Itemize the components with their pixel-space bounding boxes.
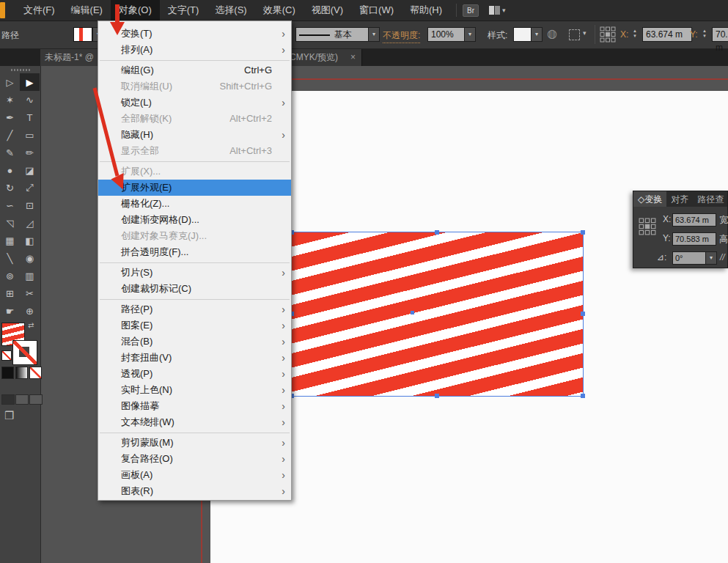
lasso-tool[interactable]: ∿ xyxy=(20,91,40,108)
pen-tool[interactable]: ✒ xyxy=(0,108,20,126)
menu-type[interactable]: 文字(T) xyxy=(160,0,207,21)
selection-handle-top-right[interactable] xyxy=(581,230,585,235)
stroke-swatch[interactable] xyxy=(12,340,37,365)
draw-inside-button[interactable] xyxy=(29,394,43,405)
symbol-sprayer-tool[interactable]: ⊚ xyxy=(0,267,20,284)
step-up-icon[interactable]: ▲ xyxy=(702,29,707,34)
column-graph-tool[interactable]: ▥ xyxy=(20,267,40,284)
tab-close-icon[interactable]: × xyxy=(350,48,356,66)
type-tool[interactable]: T xyxy=(20,108,40,126)
menu-item-path[interactable]: 路径(P)› xyxy=(98,301,291,317)
menu-item-text-wrap[interactable]: 文本绕排(W)› xyxy=(98,414,291,430)
eyedropper-tool[interactable]: ╲ xyxy=(0,249,20,267)
magic-wand-tool[interactable]: ✶ xyxy=(0,91,20,108)
selection-handle-top-mid[interactable] xyxy=(435,230,439,235)
tab-transform[interactable]: ◇变换 xyxy=(633,191,666,207)
menu-file[interactable]: 文件(F) xyxy=(15,0,63,21)
blob-brush-tool[interactable]: ● xyxy=(0,161,20,179)
menu-item-crop-marks[interactable]: 创建裁切标记(C) xyxy=(98,281,291,297)
menu-item-arrange[interactable]: 排列(A)› xyxy=(98,42,291,58)
reference-point-grid-icon[interactable] xyxy=(600,26,616,43)
style-swatch[interactable] xyxy=(513,27,532,42)
step-down-icon[interactable]: ▼ xyxy=(633,34,637,39)
workspace-dropdown-arrow[interactable]: ▾ xyxy=(502,7,506,14)
width-tool[interactable]: ∽ xyxy=(0,196,20,214)
menu-item-pattern[interactable]: 图案(E)› xyxy=(98,317,291,334)
none-mode-button[interactable] xyxy=(29,367,42,379)
menu-item-clipping-mask[interactable]: 剪切蒙版(M)› xyxy=(98,435,291,451)
perspective-selection-tool[interactable]: ◿ xyxy=(20,214,40,232)
draw-behind-button[interactable] xyxy=(15,394,29,405)
menu-item-transform[interactable]: 变换(T)› xyxy=(98,26,291,42)
direct-selection-tool[interactable]: ▷ xyxy=(0,73,20,91)
opacity-dropdown-arrow[interactable]: ▾ xyxy=(464,27,476,42)
artboard-tool[interactable]: ⊞ xyxy=(0,284,20,302)
x-value-field[interactable]: 63.674 m xyxy=(642,27,692,42)
selection-handle-bottom-right[interactable] xyxy=(581,394,585,398)
menu-item-live-paint[interactable]: 实时上色(N)› xyxy=(98,382,291,398)
menu-window[interactable]: 窗口(W) xyxy=(351,0,402,21)
line-segment-tool[interactable]: ╱ xyxy=(0,126,20,144)
draw-normal-button[interactable] xyxy=(1,394,15,405)
gradient-tool[interactable]: ◧ xyxy=(20,232,40,249)
opacity-field[interactable]: 100% xyxy=(427,27,466,42)
mesh-tool[interactable]: ▦ xyxy=(0,232,20,249)
y-value-field[interactable]: 70.583 m xyxy=(672,232,716,246)
menu-help[interactable]: 帮助(H) xyxy=(402,0,450,21)
menu-item-unlock-all[interactable]: 全部解锁(K)Alt+Ctrl+2 xyxy=(98,111,291,127)
screen-mode-button[interactable]: ❒ xyxy=(4,409,14,422)
rotate-tool[interactable]: ↻ xyxy=(0,179,20,196)
menu-effect[interactable]: 效果(C) xyxy=(255,0,304,21)
menu-select[interactable]: 选择(S) xyxy=(207,0,254,21)
align-dropdown-arrow[interactable]: ▾ xyxy=(583,29,587,37)
step-down-icon[interactable]: ▼ xyxy=(702,34,707,39)
align-to-selection-icon[interactable] xyxy=(569,29,580,40)
menu-view[interactable]: 视图(V) xyxy=(304,0,351,21)
step-up-icon[interactable]: ▲ xyxy=(633,29,637,34)
brush-definition-field[interactable]: 基本 xyxy=(295,27,370,42)
menu-item-group[interactable]: 编组(G)Ctrl+G xyxy=(98,62,291,78)
menu-item-flatten-transparency[interactable]: 拼合透明度(F)... xyxy=(98,244,291,260)
menu-item-slice[interactable]: 切片(S)› xyxy=(98,265,291,281)
menu-item-ungroup[interactable]: 取消编组(U)Shift+Ctrl+G xyxy=(98,78,291,95)
y-value-field[interactable]: 70.583 m xyxy=(712,27,728,42)
tab-pathfinder[interactable]: 路径查 xyxy=(693,191,728,207)
angle-value-field[interactable]: 0° xyxy=(672,251,706,265)
menu-item-object-mosaic[interactable]: 创建对象马赛克(J)... xyxy=(98,228,291,244)
tab-align[interactable]: 对齐 xyxy=(666,191,693,207)
menu-item-graph[interactable]: 图表(R)› xyxy=(98,483,291,499)
rectangle-tool[interactable]: ▭ xyxy=(20,126,40,144)
swap-fill-stroke-icon[interactable]: ⇄ xyxy=(28,321,34,329)
perspective-grid-tool[interactable]: ◹ xyxy=(0,214,20,232)
menu-item-lock[interactable]: 锁定(L)› xyxy=(98,95,291,111)
reference-point-grid-icon[interactable] xyxy=(639,218,656,235)
menu-item-hide[interactable]: 隐藏(H)› xyxy=(98,127,291,143)
angle-dropdown-arrow[interactable]: ▾ xyxy=(705,251,717,265)
free-transform-tool[interactable]: ⊡ xyxy=(20,196,40,214)
y-stepper[interactable]: ▲▼ xyxy=(700,26,709,41)
default-fill-stroke-icon[interactable] xyxy=(1,350,12,361)
fill-color-swatch[interactable] xyxy=(73,27,92,42)
menu-item-compound-path[interactable]: 复合路径(O)› xyxy=(98,451,291,467)
x-stepper[interactable]: ▲▼ xyxy=(630,26,639,41)
hand-tool[interactable]: ☛ xyxy=(0,302,20,320)
bridge-button[interactable]: Br xyxy=(463,4,479,17)
eraser-tool[interactable]: ◪ xyxy=(20,161,40,179)
menu-item-show-all[interactable]: 显示全部Alt+Ctrl+3 xyxy=(98,143,291,159)
menu-item-perspective[interactable]: 透视(P)› xyxy=(98,366,291,382)
brush-dropdown-arrow[interactable]: ▾ xyxy=(368,27,380,42)
menu-item-expand-appearance[interactable]: 扩展外观(E) xyxy=(98,180,291,196)
menu-item-blend[interactable]: 混合(B)› xyxy=(98,334,291,350)
paintbrush-tool[interactable]: ✎ xyxy=(0,144,20,161)
opacity-link[interactable]: 不透明度: xyxy=(383,29,420,43)
recolor-artwork-icon[interactable]: ◍ xyxy=(547,26,557,40)
menu-item-artboards[interactable]: 画板(A)› xyxy=(98,467,291,483)
menu-item-gradient-mesh[interactable]: 创建渐变网格(D)... xyxy=(98,212,291,228)
gradient-mode-button[interactable] xyxy=(15,367,28,379)
menu-item-image-trace[interactable]: 图像描摹› xyxy=(98,398,291,414)
selection-handle-bottom-mid[interactable] xyxy=(435,394,439,398)
toolbar-grip[interactable] xyxy=(0,66,40,73)
selection-handle-mid-right[interactable] xyxy=(581,312,585,316)
style-dropdown-arrow[interactable]: ▾ xyxy=(531,27,543,42)
color-mode-button[interactable] xyxy=(1,367,14,379)
